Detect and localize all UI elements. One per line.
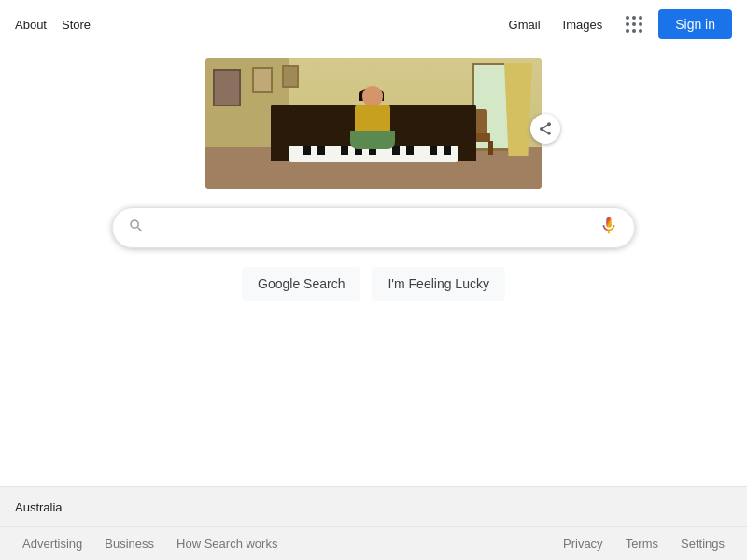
doodle-container (205, 58, 542, 189)
settings-link[interactable]: Settings (681, 537, 725, 551)
apps-grid-icon (626, 16, 642, 33)
voice-search-button[interactable] (599, 216, 619, 241)
how-search-works-link[interactable]: How Search works (176, 537, 277, 551)
header: About Store Gmail Images Sign in (0, 0, 747, 49)
header-right-nav: Gmail Images Sign in (501, 7, 732, 41)
advertising-link[interactable]: Advertising (22, 537, 82, 551)
footer-links-bar: Advertising Business How Search works Pr… (0, 527, 747, 560)
search-input[interactable] (156, 219, 591, 236)
country-label: Australia (15, 500, 63, 514)
footer-left-links: Advertising Business How Search works (22, 537, 277, 551)
search-icon (128, 217, 145, 238)
doodle-artwork2 (252, 67, 273, 93)
privacy-link[interactable]: Privacy (563, 537, 603, 551)
doodle-artwork3 (282, 65, 299, 88)
images-link[interactable]: Images (556, 14, 611, 35)
apps-button[interactable] (617, 7, 651, 41)
footer: Australia Advertising Business How Searc… (0, 486, 747, 560)
footer-right-links: Privacy Terms Settings (563, 537, 725, 551)
main-content: Google Search I'm Feeling Lucky (0, 49, 747, 486)
share-button[interactable] (530, 114, 560, 144)
store-link[interactable]: Store (62, 18, 91, 32)
terms-link[interactable]: Terms (626, 537, 658, 551)
signin-button[interactable]: Sign in (658, 9, 732, 39)
header-left-nav: About Store (15, 18, 91, 32)
feeling-lucky-button[interactable]: I'm Feeling Lucky (372, 267, 505, 301)
doodle-curtain (504, 63, 532, 156)
google-doodle (205, 58, 542, 189)
microphone-icon (599, 219, 619, 240)
search-container (112, 207, 635, 248)
search-bar (112, 207, 635, 248)
gmail-link[interactable]: Gmail (501, 14, 548, 35)
search-buttons-row: Google Search I'm Feeling Lucky (242, 267, 505, 301)
about-link[interactable]: About (15, 18, 47, 32)
doodle-artwork1 (213, 69, 241, 106)
business-link[interactable]: Business (105, 537, 154, 551)
google-search-button[interactable]: Google Search (242, 267, 360, 301)
doodle-person (350, 86, 397, 147)
footer-country-bar: Australia (0, 487, 747, 527)
